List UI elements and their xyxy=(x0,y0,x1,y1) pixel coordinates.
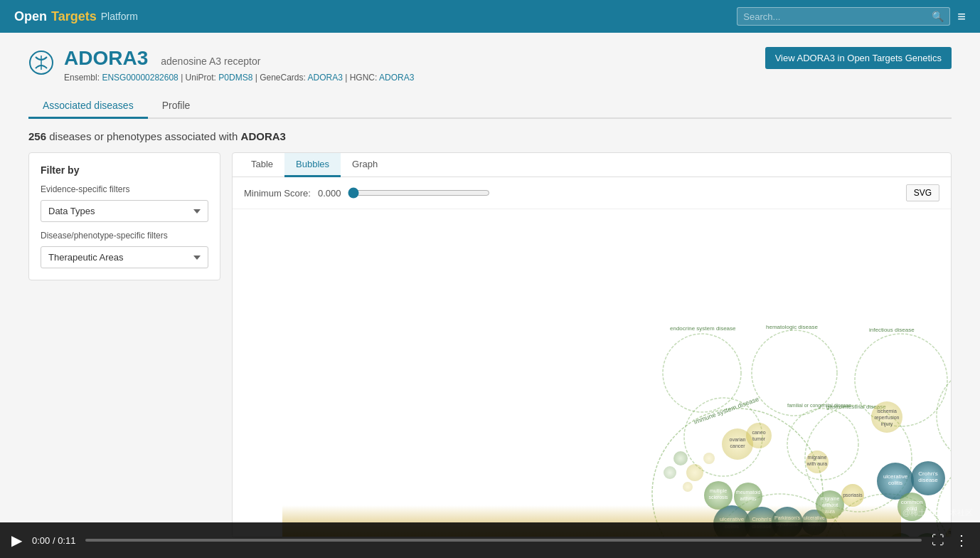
watermark: @稀土掘金技术社区 xyxy=(902,507,973,518)
svg-text:cancer: cancer xyxy=(730,443,745,448)
svg-text:caneo: caneo xyxy=(752,430,765,435)
search-input[interactable] xyxy=(743,11,932,22)
filter-panel: Filter by Evidence-specific filters Data… xyxy=(28,152,220,280)
bubble-visualization: immune system disease nervous system dis… xyxy=(233,209,951,537)
search-icon: 🔍 xyxy=(932,11,944,22)
content-layout: Filter by Evidence-specific filters Data… xyxy=(28,152,952,537)
play-button[interactable]: ▶ xyxy=(11,532,22,549)
main-tabs: Associated diseases Profile xyxy=(28,94,952,119)
svg-point-14 xyxy=(663,334,741,412)
score-control: Minimum Score: 0.000 xyxy=(244,187,490,199)
fullscreen-button[interactable]: ⛶ xyxy=(932,533,944,548)
evidence-filter-label: Evidence-specific filters xyxy=(41,184,208,194)
svg-button[interactable]: SVG xyxy=(906,184,939,201)
svg-text:common: common xyxy=(901,499,923,505)
gene-name: ADORA3 xyxy=(64,47,148,70)
svg-text:tumor: tumor xyxy=(752,436,766,441)
bubbles-controls: Minimum Score: 0.000 SVG xyxy=(233,177,951,209)
assoc-with: associated with xyxy=(165,130,238,142)
header: Open Targets Platform 🔍 ≡ xyxy=(0,0,980,33)
ensembl-link[interactable]: ENSG00000282608 xyxy=(102,73,178,83)
view-tab-graph[interactable]: Graph xyxy=(341,153,389,177)
data-types-dropdown[interactable]: Data Types xyxy=(41,200,208,222)
gene-header: ADORA3 adenosine A3 receptor Ensembl: EN… xyxy=(28,47,952,83)
video-overlay: ▶ 0:00 / 0:11 ⛶ ⋮ xyxy=(0,522,980,552)
more-options-button[interactable]: ⋮ xyxy=(954,532,969,549)
bubbles-panel: Table Bubbles Graph Minimum Score: 0.000… xyxy=(232,152,952,537)
svg-text:reperfusion: reperfusion xyxy=(874,415,899,421)
logo-platform: Platform xyxy=(101,11,138,22)
uniprot-label: UniProt: xyxy=(186,73,216,83)
score-label: Minimum Score: xyxy=(244,188,311,199)
svg-text:familial or congenital disease: familial or congenital disease xyxy=(787,403,851,409)
svg-point-18 xyxy=(937,366,951,465)
view-tabs: Table Bubbles Graph xyxy=(233,153,951,177)
assoc-gene: ADORA3 xyxy=(241,130,286,142)
gene-icon xyxy=(28,50,54,75)
svg-text:immune system disease: immune system disease xyxy=(693,395,760,425)
main-content: ADORA3 adenosine A3 receptor Ensembl: EN… xyxy=(0,33,980,552)
header-right: 🔍 ≡ xyxy=(737,7,966,26)
time-display: 0:00 / 0:11 xyxy=(32,535,75,546)
logo: Open Targets Platform xyxy=(14,9,138,24)
genecards-label: GeneCards: xyxy=(260,73,306,83)
logo-targets: Targets xyxy=(51,9,97,24)
gene-details: ADORA3 adenosine A3 receptor Ensembl: EN… xyxy=(64,47,414,83)
assoc-text: diseases or phenotypes xyxy=(49,130,161,142)
assoc-header: 256 diseases or phenotypes associated wi… xyxy=(28,130,952,142)
tab-associated-diseases[interactable]: Associated diseases xyxy=(28,94,148,119)
svg-text:Crohn's: Crohn's xyxy=(918,470,937,477)
hgnc-label: HGNC: xyxy=(350,73,378,83)
svg-text:injury: injury xyxy=(881,421,893,427)
menu-icon[interactable]: ≡ xyxy=(957,9,966,25)
genecards-link[interactable]: ADORA3 xyxy=(308,73,343,83)
genetics-button[interactable]: View ADORA3 in Open Targets Genetics xyxy=(765,47,952,69)
disease-filter-label: Disease/phenotype-specific filters xyxy=(41,231,208,241)
svg-text:ischemia: ischemia xyxy=(877,409,897,414)
svg-text:disease: disease xyxy=(918,477,938,483)
search-bar[interactable]: 🔍 xyxy=(737,7,950,26)
svg-text:ovarian: ovarian xyxy=(730,437,746,442)
logo-open: Open xyxy=(14,9,47,24)
filter-title: Filter by xyxy=(41,164,208,176)
svg-text:infectious disease: infectious disease xyxy=(869,327,915,333)
gene-full-name: adenosine A3 receptor xyxy=(161,56,260,67)
view-tab-bubbles[interactable]: Bubbles xyxy=(284,153,341,177)
gene-links: Ensembl: ENSG00000282608 | UniProt: P0DM… xyxy=(64,73,414,83)
ensembl-label: Ensembl: xyxy=(64,73,100,83)
score-value: 0.000 xyxy=(318,188,341,199)
video-progress-bar[interactable] xyxy=(85,539,922,542)
bubble-svg: immune system disease nervous system dis… xyxy=(233,209,951,537)
hgnc-link[interactable]: ADORA3 xyxy=(379,73,414,83)
tab-profile[interactable]: Profile xyxy=(148,94,205,119)
view-tab-table[interactable]: Table xyxy=(240,153,284,177)
svg-text:endocrine system disease: endocrine system disease xyxy=(670,325,736,332)
therapeutic-areas-dropdown[interactable]: Therapeutic Areas xyxy=(41,246,208,268)
gene-info: ADORA3 adenosine A3 receptor Ensembl: EN… xyxy=(28,47,414,83)
svg-text:hematologic disease: hematologic disease xyxy=(766,324,818,330)
uniprot-link[interactable]: P0DMS8 xyxy=(218,73,252,83)
score-slider[interactable] xyxy=(348,187,490,199)
assoc-count: 256 xyxy=(28,130,46,142)
svg-point-86 xyxy=(746,423,772,448)
